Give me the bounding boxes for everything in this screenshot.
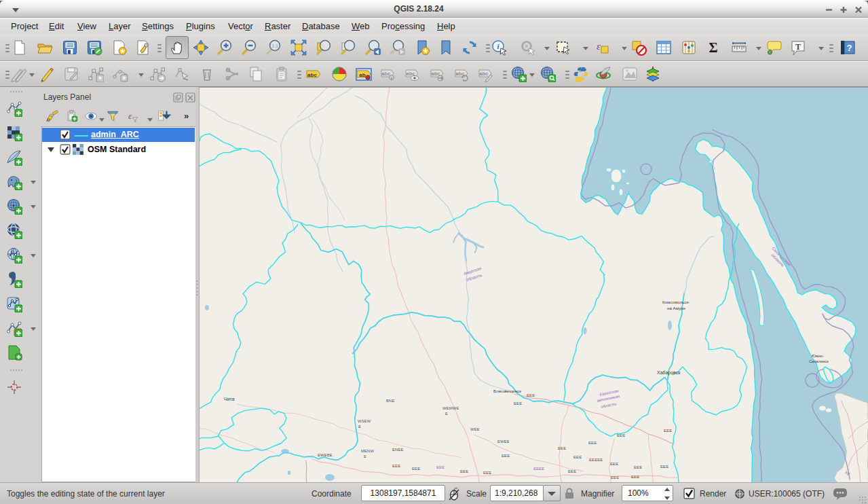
svg-text:EEE: EEE [527,393,535,397]
svg-text:Σ: Σ [709,40,717,55]
svg-text:abc: abc [480,71,489,77]
svg-text:EEE: EEE [412,467,420,471]
svg-text:Сахалинск: Сахалинск [809,359,829,363]
svg-text:EEE: EEE [617,433,625,437]
svg-text:EEE: EEE [568,469,576,473]
svg-text:Южно-: Южно- [812,354,824,358]
svg-text:E: E [445,412,448,416]
svg-text:EWEE: EWEE [497,439,510,444]
svg-text:WEE: WEE [470,427,480,431]
svg-text:E: E [364,454,366,458]
svg-text:EEE: EEE [634,465,642,469]
svg-text:EWEBE: EWEBE [318,453,333,457]
svg-text:EEE: EEE [588,441,597,445]
svg-text:EEE: EEE [392,464,400,468]
svg-text:EEE: EEE [460,469,468,473]
svg-text:EEEE: EEEE [533,467,545,471]
svg-text:BNE: BNE [386,399,395,403]
svg-text:EEE: EEE [660,465,668,469]
svg-text:EEE: EEE [631,475,639,479]
svg-text:ab: ab [359,72,365,78]
svg-text:Благовещенск: Благовещенск [493,389,521,393]
svg-text:abc: abc [307,72,317,78]
svg-text:EEE: EEE [436,465,445,469]
svg-text:на Амуре: на Амуре [667,306,685,310]
svg-text:EEE: EEE [514,401,522,406]
svg-text:abc: abc [382,71,391,77]
svg-text:?: ? [847,43,852,53]
svg-text:E: E [358,425,361,429]
svg-text:Чита: Чита [224,397,235,401]
svg-text:ENEE: ENEE [392,448,404,452]
svg-text:MENW: MENW [361,449,374,453]
svg-text:T: T [795,42,801,52]
svg-text:EEE: EEE [611,475,619,480]
svg-text:Комсомольск-: Комсомольск- [662,300,690,304]
svg-text:EEEEE: EEEEE [589,458,603,462]
svg-text:ε: ε [128,111,132,121]
svg-text:EEE: EEE [483,471,491,475]
svg-text:Хабаровск: Хабаровск [657,370,681,376]
svg-text:EEE: EEE [664,429,672,433]
svg-text:ε: ε [597,41,601,52]
svg-text:WEMWE: WEMWE [442,406,459,410]
svg-text:EEE: EEE [558,446,566,450]
svg-text:EEE: EEE [573,455,582,459]
svg-text:EEE: EEE [610,462,618,466]
svg-text:EEE: EEE [502,454,510,458]
svg-text:1:1: 1:1 [271,43,278,48]
svg-text:WSEW: WSEW [358,419,371,423]
